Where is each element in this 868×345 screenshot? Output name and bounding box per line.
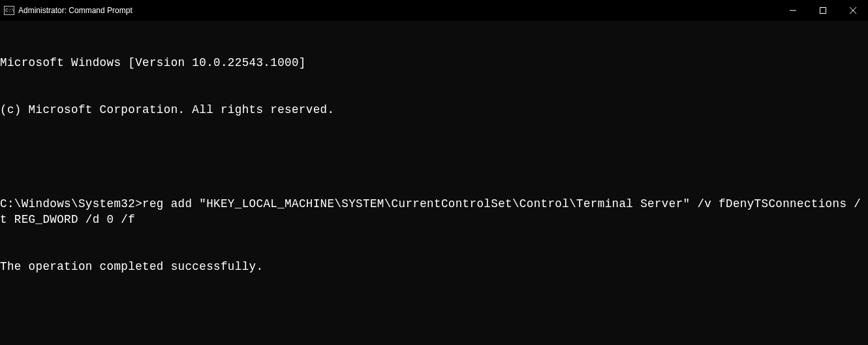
blank-line [0,306,868,321]
command-line-1: C:\Windows\System32>reg add "HKEY_LOCAL_… [0,196,868,227]
maximize-icon [820,7,826,14]
minimize-icon [790,7,796,14]
prompt-text: C:\Windows\System32> [0,197,142,210]
window-title: Administrator: Command Prompt [18,6,132,15]
maximize-button[interactable] [808,0,838,21]
blank-line [0,149,868,165]
banner-line: Microsoft Windows [Version 10.0.22543.10… [0,55,868,71]
output-line: The operation completed successfully. [0,259,868,274]
window-controls [778,0,868,21]
minimize-button[interactable] [778,0,808,21]
close-button[interactable] [838,0,868,21]
cmd-prompt-icon: C:\ [4,6,14,15]
terminal-output[interactable]: Microsoft Windows [Version 10.0.22543.10… [0,21,868,345]
title-bar-left: C:\ Administrator: Command Prompt [4,6,132,15]
svg-rect-1 [820,8,826,14]
close-icon [850,7,856,14]
copyright-line: (c) Microsoft Corporation. All rights re… [0,102,868,118]
title-bar: C:\ Administrator: Command Prompt [0,0,868,21]
